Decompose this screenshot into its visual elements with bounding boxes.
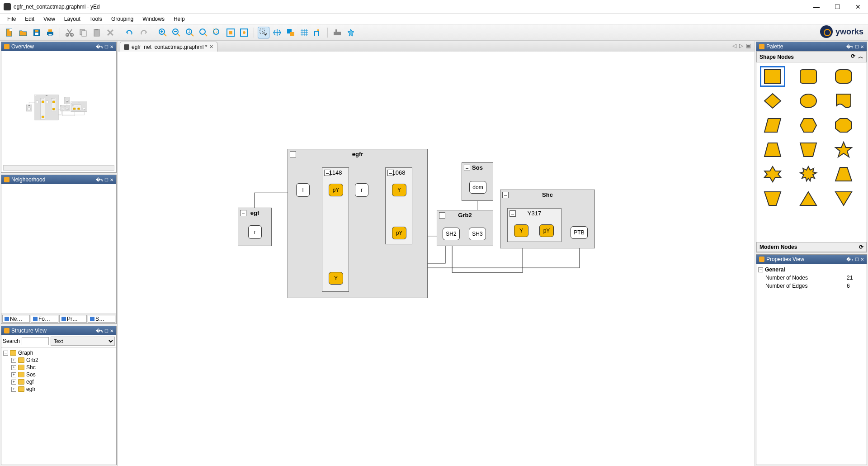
group-1068[interactable]: – 1068 Y pY — [385, 167, 412, 244]
node-egfr-r[interactable]: r — [46, 100, 48, 103]
menu-file[interactable]: File — [3, 14, 20, 24]
node-y317-Y[interactable]: Y — [73, 108, 75, 110]
node-y317-Y[interactable]: Y — [514, 224, 528, 237]
edit-mode-button[interactable] — [258, 27, 269, 38]
node-grb2-sh2[interactable]: SH2 — [61, 108, 64, 110]
shape-star5[interactable] — [831, 139, 856, 160]
node-shc-ptb[interactable]: PTB — [571, 226, 588, 239]
tree-root[interactable]: Graph — [18, 350, 33, 356]
shape-fat-arrow[interactable] — [831, 164, 856, 185]
node-egfr-r[interactable]: r — [355, 183, 368, 197]
tab-prev-button[interactable]: ◁ — [732, 43, 736, 49]
overview-controls[interactable]: �רּ ☐ ✕ — [96, 44, 113, 49]
document-tab[interactable]: egfr_net_contactmap.graphml * ✕ — [120, 42, 217, 52]
structure-controls[interactable]: �רּ ☐ ✕ — [96, 328, 113, 333]
menu-view[interactable]: View — [39, 14, 60, 24]
group-grb2[interactable]: – Grb2 SH2 SH3 — [60, 105, 70, 112]
group-grb2[interactable]: – Grb2 SH2 SH3 — [437, 210, 493, 246]
node-egfr-l[interactable]: l — [36, 100, 38, 103]
node-grb2-sh2[interactable]: SH2 — [443, 228, 460, 240]
group-egfr[interactable]: – egfr l r – 1148 pY Y – 1068 Y pY — [288, 149, 428, 298]
node-shc-ptb[interactable]: PTB — [83, 108, 85, 110]
menu-help[interactable]: Help — [169, 14, 189, 24]
shape-triangle-down-wide[interactable] — [760, 188, 785, 209]
menu-windows[interactable]: Windows — [138, 14, 169, 24]
menu-layout[interactable]: Layout — [60, 14, 85, 24]
tree-item[interactable]: Shc — [26, 364, 36, 371]
node-egf-r[interactable]: r — [248, 225, 262, 239]
document-tab-close[interactable]: ✕ — [209, 44, 213, 50]
node-1148-Y[interactable]: Y — [42, 116, 44, 118]
group-egf[interactable]: – egf r — [26, 105, 32, 111]
zoom-reset-button[interactable]: 1 — [184, 27, 196, 38]
orthogonal-button[interactable] — [312, 27, 324, 38]
group-egfr[interactable]: – egfr l r – 1148 pY Y – 1068 Y pY — [35, 95, 59, 120]
canvas[interactable]: – egf r – egfr l r – 1148 pY Y – 1068 — [118, 52, 755, 466]
node-grb2-sh3[interactable]: SH3 — [66, 108, 68, 110]
paste-button[interactable] — [91, 27, 103, 38]
node-grb2-sh3[interactable]: SH3 — [469, 228, 486, 240]
fit-content-button[interactable] — [225, 27, 236, 38]
group-sos[interactable]: – Sos dom — [64, 97, 70, 104]
node-1068-Y[interactable]: Y — [52, 101, 55, 103]
palette-section-shape[interactable]: Shape Nodes — [760, 54, 794, 60]
node-1068-pY[interactable]: pY — [392, 227, 406, 239]
expander-icon[interactable]: + — [11, 372, 16, 377]
expander-icon[interactable]: – — [758, 267, 763, 272]
node-sos-dom[interactable]: dom — [66, 100, 68, 103]
close-button[interactable]: ✕ — [852, 3, 864, 10]
node-sos-dom[interactable]: dom — [469, 181, 486, 194]
palette-controls[interactable]: �רּ ☐ ✕ — [846, 44, 864, 49]
new-document-button[interactable] — [4, 27, 15, 38]
group-shc[interactable]: – Shc – Y317 Y pY PTB — [71, 102, 87, 112]
node-1148-pY[interactable]: pY — [42, 101, 44, 103]
expander-icon[interactable]: + — [11, 365, 16, 370]
palette-refresh-icon[interactable]: ⟳ — [859, 244, 863, 250]
minimize-button[interactable]: — — [810, 3, 823, 10]
palette-scroll-up-icon[interactable]: ︿ — [858, 53, 863, 61]
tab-folders[interactable]: Fo… — [31, 315, 58, 323]
expander-icon[interactable]: – — [3, 351, 8, 356]
group-1148[interactable]: – 1148 pY Y — [322, 167, 349, 292]
maximize-button[interactable]: ☐ — [831, 3, 844, 10]
neighborhood-controls[interactable]: �רּ ☐ ✕ — [96, 177, 113, 182]
copy-button[interactable] — [77, 27, 89, 38]
expander-icon[interactable]: + — [11, 380, 16, 385]
magnify-mode-button[interactable] — [285, 27, 297, 38]
node-egfr-l[interactable]: l — [296, 183, 310, 197]
zoom-selection-button[interactable] — [211, 27, 223, 38]
delete-button[interactable] — [104, 27, 116, 38]
shape-rectangle[interactable] — [760, 66, 785, 87]
shape-hexagon[interactable] — [796, 115, 821, 136]
zoom-in-button[interactable] — [157, 27, 169, 38]
group-egf[interactable]: – egf r — [238, 208, 272, 246]
shape-star6[interactable] — [760, 164, 785, 185]
tab-list-button[interactable]: ▣ — [746, 43, 751, 49]
group-sos[interactable]: – Sos dom — [462, 162, 493, 201]
grid-button[interactable] — [298, 27, 310, 38]
node-y317-pY[interactable]: pY — [77, 108, 80, 110]
node-1148-pY[interactable]: pY — [329, 184, 343, 196]
shape-rounded-rect-large[interactable] — [831, 66, 856, 87]
node-1148-Y[interactable]: Y — [329, 272, 343, 285]
palette-refresh-icon[interactable]: ⟳ — [851, 53, 855, 61]
node-1068-pY[interactable]: pY — [52, 108, 55, 110]
open-button[interactable] — [17, 27, 29, 38]
shape-document[interactable] — [831, 90, 856, 111]
auto-layout-button[interactable] — [345, 27, 357, 38]
local-view-button[interactable] — [238, 27, 250, 38]
structure-tree[interactable]: –Graph +Grb2 +Shc +Sos +egf +egfr — [1, 347, 116, 395]
group-1068[interactable]: – 1068 Y pY — [51, 98, 56, 111]
undo-button[interactable] — [124, 27, 136, 38]
expander-icon[interactable]: + — [11, 387, 16, 392]
redo-button[interactable] — [137, 27, 149, 38]
pan-mode-button[interactable] — [271, 27, 283, 38]
shape-triangle-up[interactable] — [796, 188, 821, 209]
shape-parallelogram[interactable] — [760, 115, 785, 136]
overview-scrollbar[interactable] — [3, 165, 114, 171]
group-y317[interactable]: – Y317 Y pY — [507, 208, 561, 242]
group-1148[interactable]: – 1148 pY Y — [41, 98, 45, 119]
tree-item[interactable]: egfr — [26, 386, 36, 392]
shape-ellipse[interactable] — [796, 90, 821, 111]
zoom-fit-button[interactable] — [198, 27, 209, 38]
